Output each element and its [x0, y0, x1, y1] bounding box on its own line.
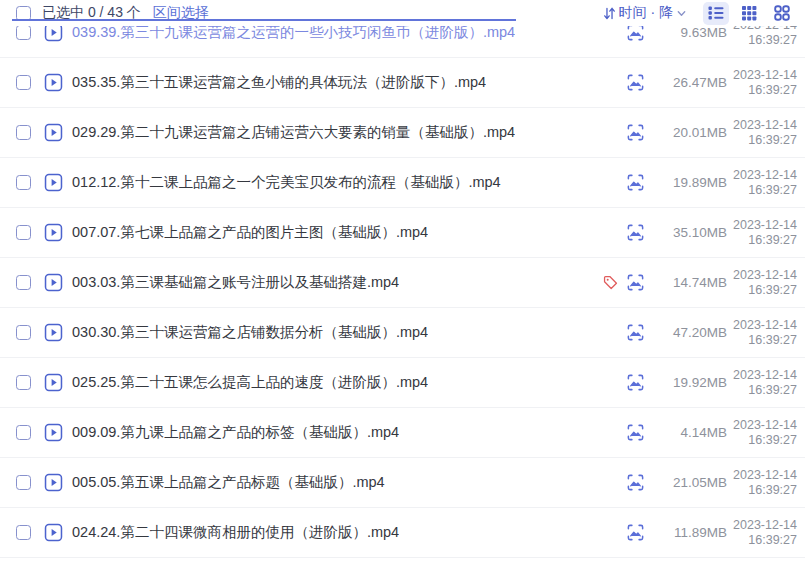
- row-checkbox[interactable]: [16, 175, 31, 190]
- file-date: 2023-12-14: [727, 118, 797, 133]
- file-datetime: 2023-12-14 16:39:27: [727, 518, 797, 548]
- video-play-icon: [44, 323, 63, 342]
- sort-label: 时间 · 降: [619, 4, 673, 22]
- file-size: 9.63MB: [645, 25, 727, 40]
- row-meta: 21.05MB 2023-12-14 16:39:27: [626, 468, 805, 498]
- row-checkbox[interactable]: [16, 75, 31, 90]
- video-play-icon: [44, 223, 63, 242]
- video-play-icon: [44, 273, 63, 292]
- row-checkbox[interactable]: [16, 525, 31, 540]
- row-checkbox[interactable]: [16, 25, 31, 40]
- file-row[interactable]: 003.03.第三课基础篇之账号注册以及基础搭建.mp4 14.74MB: [0, 258, 805, 308]
- row-checkbox[interactable]: [16, 325, 31, 340]
- file-row[interactable]: 012.12.第十二课上品篇之一个完美宝贝发布的流程（基础版）.mp4 19.8…: [0, 158, 805, 208]
- file-row[interactable]: 035.35.第三十五课运营篇之鱼小铺的具体玩法（进阶版下）.mp4 26.47…: [0, 58, 805, 108]
- file-date: 2023-12-14: [727, 468, 797, 483]
- file-datetime: 2023-12-14 16:39:27: [727, 418, 797, 448]
- file-datetime: 2023-12-14 16:39:27: [727, 168, 797, 198]
- file-time: 16:39:27: [727, 533, 797, 548]
- video-play-icon: [44, 423, 63, 442]
- file-date: 2023-12-14: [727, 68, 797, 83]
- file-name[interactable]: 035.35.第三十五课运营篇之鱼小铺的具体玩法（进阶版下）.mp4: [72, 73, 486, 92]
- file-size: 47.20MB: [645, 325, 727, 340]
- row-checkbox[interactable]: [16, 125, 31, 140]
- video-play-icon: [44, 123, 63, 142]
- file-datetime: 2023-12-14 16:39:27: [727, 368, 797, 398]
- video-play-icon: [44, 473, 63, 492]
- file-name[interactable]: 012.12.第十二课上品篇之一个完美宝贝发布的流程（基础版）.mp4: [72, 173, 501, 192]
- file-time: 16:39:27: [727, 433, 797, 448]
- file-size: 20.01MB: [645, 125, 727, 140]
- image-preview-icon[interactable]: [626, 223, 645, 242]
- row-meta: 35.10MB 2023-12-14 16:39:27: [626, 218, 805, 248]
- large-grid-view-icon: [773, 4, 791, 22]
- file-date: 2023-12-14: [727, 218, 797, 233]
- file-row[interactable]: 030.30.第三十课运营篇之店铺数据分析（基础版）.mp4 47.20MB 2…: [0, 308, 805, 358]
- chevron-down-icon: [676, 8, 687, 19]
- view-grid-button[interactable]: [736, 2, 762, 25]
- file-size: 26.47MB: [645, 75, 727, 90]
- image-preview-icon[interactable]: [626, 273, 645, 292]
- file-name[interactable]: 007.07.第七课上品篇之产品的图片主图（基础版）.mp4: [72, 223, 428, 242]
- video-play-icon: [44, 523, 63, 542]
- file-name[interactable]: 025.25.第二十五课怎么提高上品的速度（进阶版）.mp4: [72, 373, 428, 392]
- image-preview-icon[interactable]: [626, 373, 645, 392]
- file-time: 16:39:27: [727, 233, 797, 248]
- sort-control[interactable]: 时间 · 降: [602, 4, 687, 22]
- file-name[interactable]: 024.24.第二十四课微商相册的使用（进阶版）.mp4: [72, 523, 399, 542]
- file-time: 16:39:27: [727, 83, 797, 98]
- view-large-grid-button[interactable]: [769, 2, 795, 25]
- file-row[interactable]: 025.25.第二十五课怎么提高上品的速度（进阶版）.mp4 19.92MB 2…: [0, 358, 805, 408]
- file-time: 16:39:27: [727, 333, 797, 348]
- row-checkbox[interactable]: [16, 475, 31, 490]
- file-row[interactable]: 007.07.第七课上品篇之产品的图片主图（基础版）.mp4 35.10MB 2…: [0, 208, 805, 258]
- sort-arrows-icon: [602, 6, 617, 21]
- file-size: 4.14MB: [645, 425, 727, 440]
- video-play-icon: [44, 173, 63, 192]
- file-name[interactable]: 009.09.第九课上品篇之产品的标签（基础版）.mp4: [72, 423, 399, 442]
- file-date: 2023-12-14: [727, 318, 797, 333]
- image-preview-icon[interactable]: [626, 323, 645, 342]
- row-checkbox[interactable]: [16, 225, 31, 240]
- image-preview-icon[interactable]: [626, 523, 645, 542]
- file-size: 21.05MB: [645, 475, 727, 490]
- file-time: 16:39:27: [727, 483, 797, 498]
- row-checkbox[interactable]: [16, 425, 31, 440]
- file-date: 2023-12-14: [727, 168, 797, 183]
- file-time: 16:39:27: [727, 283, 797, 298]
- video-play-icon: [44, 373, 63, 392]
- image-preview-icon[interactable]: [626, 73, 645, 92]
- toolbar: 已选中 0 / 43 个 区间选择 时间 · 降: [0, 0, 805, 26]
- row-meta: 11.89MB 2023-12-14 16:39:27: [626, 518, 805, 548]
- video-play-icon: [44, 73, 63, 92]
- view-mode-switcher: [703, 2, 795, 25]
- file-row[interactable]: 029.29.第二十九课运营篇之店铺运营六大要素的销量（基础版）.mp4 20.…: [0, 108, 805, 158]
- file-name[interactable]: 003.03.第三课基础篇之账号注册以及基础搭建.mp4: [72, 273, 399, 292]
- image-preview-icon[interactable]: [626, 123, 645, 142]
- file-row[interactable]: 009.09.第九课上品篇之产品的标签（基础版）.mp4 4.14MB 2023…: [0, 408, 805, 458]
- file-date: 2023-12-14: [727, 368, 797, 383]
- file-datetime: 2023-12-14 16:39:27: [727, 268, 797, 298]
- file-size: 14.74MB: [645, 275, 727, 290]
- file-name[interactable]: 030.30.第三十课运营篇之店铺数据分析（基础版）.mp4: [72, 323, 428, 342]
- hovered-row-clip-line: [12, 19, 516, 21]
- file-datetime: 2023-12-14 16:39:27: [727, 68, 797, 98]
- row-meta: 26.47MB 2023-12-14 16:39:27: [626, 68, 805, 98]
- row-meta: 47.20MB 2023-12-14 16:39:27: [626, 318, 805, 348]
- file-row[interactable]: 024.24.第二十四课微商相册的使用（进阶版）.mp4 11.89MB 202…: [0, 508, 805, 558]
- row-meta: 19.92MB 2023-12-14 16:39:27: [626, 368, 805, 398]
- file-datetime: 2023-12-14 16:39:27: [727, 318, 797, 348]
- image-preview-icon[interactable]: [626, 173, 645, 192]
- row-meta: 19.89MB 2023-12-14 16:39:27: [626, 168, 805, 198]
- file-name[interactable]: 005.05.第五课上品篇之产品标题（基础版）.mp4: [72, 473, 385, 492]
- file-row[interactable]: 005.05.第五课上品篇之产品标题（基础版）.mp4 21.05MB 2023…: [0, 458, 805, 508]
- image-preview-icon[interactable]: [626, 473, 645, 492]
- image-preview-icon[interactable]: [626, 423, 645, 442]
- row-meta: 20.01MB 2023-12-14 16:39:27: [626, 118, 805, 148]
- file-name[interactable]: 029.29.第二十九课运营篇之店铺运营六大要素的销量（基础版）.mp4: [72, 123, 515, 142]
- file-datetime: 2023-12-14 16:39:27: [727, 468, 797, 498]
- view-list-button[interactable]: [703, 2, 729, 25]
- row-checkbox[interactable]: [16, 375, 31, 390]
- file-size: 11.89MB: [645, 525, 727, 540]
- row-checkbox[interactable]: [16, 275, 31, 290]
